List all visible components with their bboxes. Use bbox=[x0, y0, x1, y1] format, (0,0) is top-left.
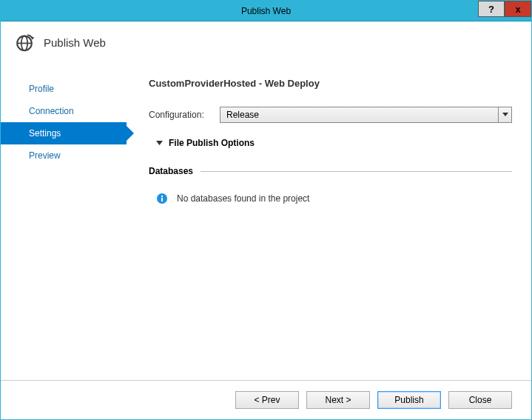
svg-marker-3 bbox=[30, 37, 34, 39]
expander-label: File Publish Options bbox=[169, 138, 255, 148]
databases-empty-row: No databases found in the project bbox=[156, 193, 512, 204]
configuration-value: Release bbox=[220, 107, 498, 122]
publish-button[interactable]: Publish bbox=[377, 391, 441, 409]
dialog-footer: < Prev Next > Publish Close bbox=[1, 380, 531, 419]
databases-empty-text: No databases found in the project bbox=[177, 193, 309, 204]
configuration-row: Configuration: Release bbox=[149, 107, 512, 123]
svg-marker-5 bbox=[156, 141, 163, 145]
configuration-dropdown[interactable]: Release bbox=[220, 107, 512, 123]
databases-section-header: Databases bbox=[149, 166, 512, 176]
close-window-button[interactable]: x bbox=[505, 1, 531, 17]
prev-button[interactable]: < Prev bbox=[235, 391, 299, 409]
divider bbox=[201, 171, 512, 172]
dialog-header: Publish Web bbox=[1, 21, 531, 75]
nav-item-preview[interactable]: Preview bbox=[1, 144, 127, 167]
titlebar-buttons: ? x bbox=[478, 1, 531, 21]
nav-item-settings[interactable]: Settings bbox=[1, 122, 127, 144]
chevron-down-icon bbox=[156, 139, 163, 147]
nav-item-connection[interactable]: Connection bbox=[1, 100, 127, 122]
header-title: Publish Web bbox=[44, 36, 106, 49]
svg-rect-7 bbox=[161, 198, 163, 201]
file-publish-options-expander[interactable]: File Publish Options bbox=[156, 138, 512, 148]
chevron-down-icon bbox=[502, 113, 508, 117]
next-button[interactable]: Next > bbox=[306, 391, 370, 409]
help-button[interactable]: ? bbox=[478, 1, 505, 17]
close-button[interactable]: Close bbox=[448, 391, 512, 409]
svg-marker-4 bbox=[502, 113, 508, 116]
nav-item-profile[interactable]: Profile bbox=[1, 78, 127, 100]
dropdown-arrow-button[interactable] bbox=[498, 107, 511, 122]
window-title: Publish Web bbox=[241, 6, 291, 16]
info-icon bbox=[156, 193, 168, 204]
databases-label: Databases bbox=[149, 166, 193, 176]
configuration-label: Configuration: bbox=[149, 110, 212, 120]
page-title: CustomProviderHosted - Web Deploy bbox=[149, 78, 512, 89]
wizard-sidebar: Profile Connection Settings Preview bbox=[1, 75, 127, 380]
titlebar: Publish Web ? x bbox=[1, 1, 531, 21]
svg-rect-8 bbox=[161, 196, 163, 197]
dialog-body: Profile Connection Settings Preview Cust… bbox=[1, 75, 531, 380]
main-panel: CustomProviderHosted - Web Deploy Config… bbox=[127, 75, 531, 380]
globe-publish-icon bbox=[14, 32, 35, 53]
